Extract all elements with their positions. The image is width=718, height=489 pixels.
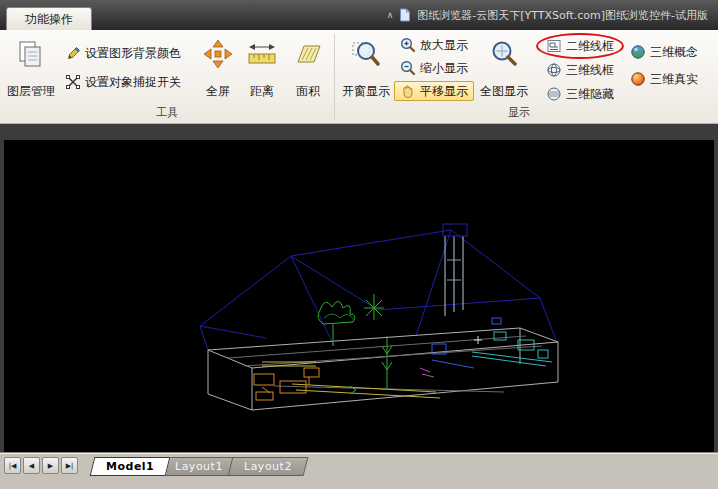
magnifier-window-icon xyxy=(350,38,382,70)
pan-label: 平移显示 xyxy=(420,83,468,100)
conceptual-3d-button[interactable]: 三维概念 xyxy=(624,42,704,62)
hand-icon xyxy=(400,83,416,99)
window-zoom-label: 开窗显示 xyxy=(342,85,390,98)
ruler-icon xyxy=(246,38,278,70)
nav-last-button[interactable]: ▶| xyxy=(61,457,78,474)
tab-function-operations[interactable]: 功能操作 xyxy=(6,7,92,30)
tab-model[interactable]: Model1 xyxy=(90,457,171,476)
striped-sphere-icon xyxy=(546,86,562,102)
layout-tabs: Model1 Layout1 Layout2 xyxy=(86,457,299,476)
ribbon-collapse-chevron-icon[interactable]: ∧ xyxy=(387,10,394,20)
wireframe-3d-label: 三维线框 xyxy=(566,62,614,79)
hidden-3d-button[interactable]: 三维隐藏 xyxy=(540,84,620,104)
set-osnap-button[interactable]: 设置对象捕捉开关 xyxy=(59,72,187,92)
blue-green-sphere-icon xyxy=(630,44,646,60)
window-zoom-button[interactable]: 开窗显示 xyxy=(338,33,394,101)
pencil-icon xyxy=(65,45,81,61)
zoom-out-label: 缩小显示 xyxy=(420,60,468,77)
wireframe-2d-label: 二维线框 xyxy=(566,38,614,55)
layer-manager-label: 图层管理 xyxy=(7,85,55,98)
zoom-in-label: 放大显示 xyxy=(420,37,468,54)
zoom-in-button[interactable]: 放大显示 xyxy=(394,35,474,55)
hatched-area-icon xyxy=(292,38,324,70)
set-bg-color-label: 设置图形背景颜色 xyxy=(85,45,181,62)
tab-layout1-label: Layout1 xyxy=(175,460,223,473)
fullscreen-button[interactable]: 全屏 xyxy=(197,33,239,101)
nav-first-button[interactable]: |◀ xyxy=(4,457,21,474)
tools-group-label: 工具 xyxy=(0,104,334,123)
layers-icon xyxy=(15,38,47,70)
distance-button[interactable]: 距离 xyxy=(239,33,285,101)
window-title-area: ∧ 图纸浏览器-云图天下[YTTXSoft.com]图纸浏览控件-试用版 xyxy=(387,0,708,30)
display-group-label: 显示 xyxy=(335,104,703,123)
wireframe-3d-button[interactable]: 三维线框 xyxy=(540,60,620,80)
snap-cross-icon xyxy=(65,74,81,90)
wireframe-2d-button[interactable]: 二维线框 xyxy=(540,36,620,56)
hidden-3d-label: 三维隐藏 xyxy=(566,86,614,103)
area-label: 面积 xyxy=(296,85,320,98)
ribbon: 图层管理 设置图形背景颜色 xyxy=(0,30,718,124)
area-button[interactable]: 面积 xyxy=(285,33,331,101)
canvas-top-margin xyxy=(0,124,718,140)
drawing-canvas[interactable] xyxy=(0,140,718,452)
set-osnap-label: 设置对象捕捉开关 xyxy=(85,74,181,91)
wire-sphere-icon xyxy=(546,62,562,78)
move-arrows-icon xyxy=(202,38,234,70)
tab-layout2-label: Layout2 xyxy=(244,460,292,473)
wireframe-house-drawing xyxy=(4,140,714,452)
magnifier-minus-icon xyxy=(400,60,416,76)
ribbon-group-tools: 图层管理 设置图形背景颜色 xyxy=(0,30,334,123)
zoom-out-button[interactable]: 缩小显示 xyxy=(394,58,474,78)
realistic-3d-label: 三维真实 xyxy=(650,71,698,88)
conceptual-3d-label: 三维概念 xyxy=(650,44,698,61)
fit-view-button[interactable]: 全图显示 xyxy=(476,33,532,101)
nav-next-button[interactable]: ▶ xyxy=(42,457,59,474)
plan-2d-icon xyxy=(546,38,562,54)
nav-prev-button[interactable]: ◀ xyxy=(23,457,40,474)
ribbon-group-display: 开窗显示 放大显示 xyxy=(335,30,703,123)
realistic-3d-button[interactable]: 三维真实 xyxy=(624,69,704,89)
tab-layout2[interactable]: Layout2 xyxy=(228,457,309,476)
document-icon xyxy=(399,8,411,22)
layer-manager-button[interactable]: 图层管理 xyxy=(3,33,59,101)
distance-label: 距离 xyxy=(250,85,274,98)
statusbar: |◀ ◀ ▶ ▶| Model1 Layout1 Layout2 xyxy=(0,452,718,489)
pan-button[interactable]: 平移显示 xyxy=(394,81,474,101)
fit-view-label: 全图显示 xyxy=(480,85,528,98)
magnifier-plus-icon xyxy=(400,37,416,53)
tab-model-label: Model1 xyxy=(106,460,154,473)
orange-sphere-icon xyxy=(630,71,646,87)
app-window: 功能操作 ∧ 图纸浏览器-云图天下[YTTXSoft.com]图纸浏览控件-试用… xyxy=(0,0,718,489)
window-title: 图纸浏览器-云图天下[YTTXSoft.com]图纸浏览控件-试用版 xyxy=(417,8,708,23)
set-bg-color-button[interactable]: 设置图形背景颜色 xyxy=(59,43,187,63)
titlebar: 功能操作 ∧ 图纸浏览器-云图天下[YTTXSoft.com]图纸浏览控件-试用… xyxy=(0,0,718,30)
magnifier-grid-icon xyxy=(488,38,520,70)
fullscreen-label: 全屏 xyxy=(206,85,230,98)
